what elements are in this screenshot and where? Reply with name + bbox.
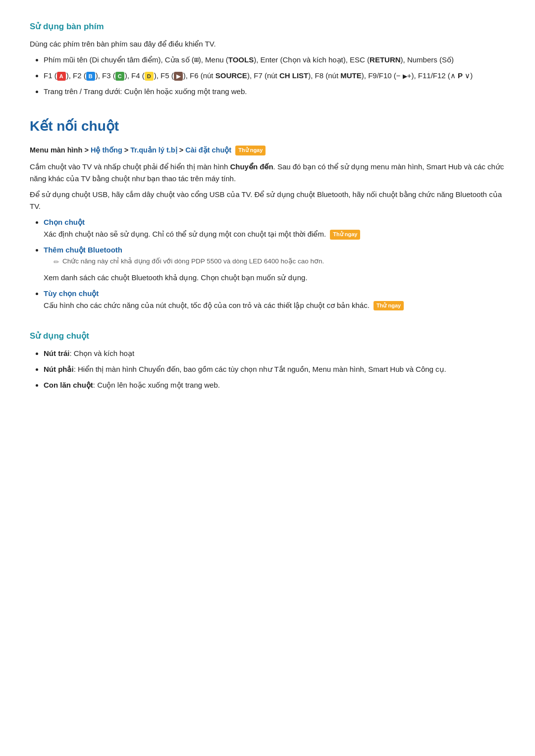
mouse-connect-section: Kết nối chuột Menu màn hình > Hệ thống >… (30, 115, 505, 311)
breadcrumb-link2[interactable]: Tr.quản lý t.bị (130, 146, 177, 154)
bullet1-text: Phím mũi tên (Di chuyển tâm điểm), Cửa s… (44, 55, 454, 64)
them-chuot-bluetooth-title: Thêm chuột Bluetooth (44, 246, 122, 254)
bullet2-text: F1 (A), F2 (B), F3 (C), F4 (D), F5 (▶), … (44, 71, 473, 80)
tuy-chon-chuot-item: Tùy chọn chuột Cấu hình cho các chức năn… (44, 288, 505, 311)
tuy-chon-chuot-desc: Cấu hình cho các chức năng của nút chuột… (44, 301, 370, 309)
nut-phai-item: Nút phải: Hiển thị màn hình Chuyển đến, … (44, 363, 505, 375)
chon-chuot-desc: Xác định chuột nào sẽ sử dụng. Chỉ có th… (44, 230, 326, 238)
chon-chuot-item: Chọn chuột Xác định chuột nào sẽ sử dụng… (44, 216, 505, 240)
mouse-usage-list: Nút trái: Chọn và kích hoạt Nút phải: Hi… (30, 348, 505, 391)
keyboard-title: Sử dụng bàn phím (30, 20, 505, 33)
them-chuot-bluetooth-item: Thêm chuột Bluetooth ✏ Chức năng này chỉ… (44, 244, 505, 283)
keyboard-bullets: Phím mũi tên (Di chuyển tâm điểm), Cửa s… (30, 54, 505, 98)
mouse-connect-para2: Để sử dụng chuột USB, hãy cắm dây chuột … (30, 189, 505, 212)
note-text: Chức năng này chỉ khả dụng đối với dòng … (62, 256, 324, 267)
mouse-sub-list: Chọn chuột Xác định chuột nào sẽ sử dụng… (30, 216, 505, 311)
tuy-chon-chuot-try-now[interactable]: Thử ngay (374, 301, 404, 311)
nut-phai-label: Nút phải (44, 365, 74, 373)
breadcrumb-sep1: > (84, 146, 91, 154)
bullet3-text: Trang trên / Trang dưới: Cuộn lên hoặc x… (44, 87, 247, 96)
them-chuot-bluetooth-desc: Xem danh sách các chuột Bluetooth khả dụ… (44, 273, 308, 282)
breadcrumb-try-now[interactable]: Thử ngay (235, 146, 266, 155)
breadcrumb-link3[interactable]: Cài đặt chuột (185, 146, 231, 154)
mouse-usage-section: Sử dụng chuột Nút trái: Chọn và kích hoạ… (30, 329, 505, 391)
nut-phai-rest: : Hiển thị màn hình Chuyển đến, bao gồm … (74, 365, 446, 373)
note-row: ✏ Chức năng này chỉ khả dụng đối với dòn… (44, 256, 505, 267)
nut-trai-item: Nút trái: Chọn và kích hoạt (44, 348, 505, 359)
pencil-icon: ✏ (54, 256, 59, 267)
chuyen-den: Chuyển đến (230, 162, 273, 171)
chon-chuot-title: Chọn chuột (44, 218, 85, 226)
breadcrumb-link1[interactable]: Hệ thống (91, 146, 122, 154)
chon-chuot-try-now[interactable]: Thử ngay (330, 230, 360, 240)
keyboard-section: Sử dụng bàn phím Dùng các phím trên bàn … (30, 20, 505, 98)
keyboard-bullet-1: Phím mũi tên (Di chuyển tâm điểm), Cửa s… (44, 54, 505, 66)
breadcrumb-prefix: Menu màn hình (30, 146, 82, 154)
mouse-usage-title: Sử dụng chuột (30, 329, 505, 343)
con-lan-chuot-item: Con lăn chuột: Cuộn lên hoặc xuống một t… (44, 379, 505, 391)
con-lan-label: Con lăn chuột (44, 381, 93, 389)
breadcrumb: Menu màn hình > Hệ thống > Tr.quản lý t.… (30, 145, 505, 156)
keyboard-intro: Dùng các phím trên bàn phím sau đây để đ… (30, 38, 505, 50)
tuy-chon-chuot-title: Tùy chọn chuột (44, 289, 99, 298)
keyboard-bullet-3: Trang trên / Trang dưới: Cuộn lên hoặc x… (44, 86, 505, 98)
breadcrumb-sep3: > (179, 146, 186, 154)
mouse-connect-para1: Cắm chuột vào TV và nhấp chuột phải để h… (30, 161, 505, 185)
mouse-connect-title: Kết nối chuột (30, 115, 505, 138)
nut-trai-rest: : Chọn và kích hoạt (70, 349, 135, 357)
breadcrumb-sep2: > (124, 146, 131, 154)
con-lan-rest: : Cuộn lên hoặc xuống một trang web. (93, 381, 220, 389)
nut-trai-label: Nút trái (44, 349, 70, 357)
keyboard-bullet-2: F1 (A), F2 (B), F3 (C), F4 (D), F5 (▶), … (44, 70, 505, 82)
